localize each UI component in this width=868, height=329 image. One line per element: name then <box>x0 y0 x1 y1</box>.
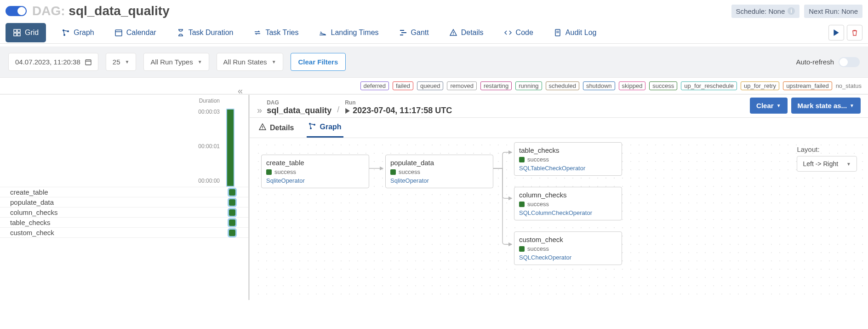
task-name: column_checks <box>10 208 57 216</box>
task-status-box[interactable] <box>229 219 235 226</box>
legend-scheduled[interactable]: scheduled <box>546 81 579 90</box>
breadcrumb-sep: / <box>336 105 340 115</box>
svg-marker-22 <box>345 108 350 114</box>
grid-icon <box>13 29 21 37</box>
breadcrumb-run-ts[interactable]: 2023-07-04, 11:17:58 UTC <box>345 106 452 115</box>
node-status: success <box>274 168 296 175</box>
task-row[interactable]: custom_check <box>0 227 248 238</box>
tab-calendar[interactable]: Calendar <box>110 23 161 42</box>
graph-node-column-checks[interactable]: column_checks success SQLColumnCheckOper… <box>514 187 622 220</box>
svg-point-15 <box>453 34 454 35</box>
chevron-down-icon: ▼ <box>272 59 276 64</box>
run-types-value: All Run Types <box>150 58 193 66</box>
task-row[interactable]: populate_data <box>0 197 248 207</box>
graph-canvas[interactable]: create_table success SqliteOperator popu… <box>254 141 863 297</box>
main-content: « Duration 00:00:03 00:00:01 00:00:00 cr… <box>0 94 868 300</box>
tab-grid[interactable]: Grid <box>6 23 46 42</box>
calendar-icon <box>85 59 91 65</box>
task-status-box[interactable] <box>229 209 235 216</box>
tab-landing-times[interactable]: Landing Times <box>314 23 383 42</box>
tab-code[interactable]: Code <box>499 23 538 42</box>
task-status-box[interactable] <box>229 189 235 196</box>
subtab-graph[interactable]: Graph <box>307 118 343 138</box>
legend-upstream_failed[interactable]: upstream_failed <box>783 81 832 90</box>
delete-dag-button[interactable] <box>847 25 862 40</box>
legend-shutdown[interactable]: shutdown <box>583 81 615 90</box>
node-title: populate_data <box>390 159 488 167</box>
task-row[interactable]: table_checks <box>0 217 248 227</box>
trigger-dag-button[interactable] <box>828 25 844 40</box>
svg-rect-1 <box>17 29 20 32</box>
duration-tick: 00:00:00 <box>198 178 220 184</box>
task-row[interactable]: create_table <box>0 187 248 197</box>
graph-node-populate-data[interactable]: populate_data success SqliteOperator <box>385 155 493 188</box>
tab-label: Gantt <box>411 29 429 37</box>
node-operator: SqliteOperator <box>390 177 488 184</box>
legend-no-status[interactable]: no_status <box>836 82 862 89</box>
page-size-select[interactable]: 25 ▼ <box>106 53 137 71</box>
status-box-icon <box>266 169 272 175</box>
tab-task-tries[interactable]: Task Tries <box>249 23 303 42</box>
graph-icon <box>62 29 70 37</box>
legend-row: deferredfailedqueuedremovedrestartingrun… <box>0 78 868 94</box>
layout-label: Layout: <box>797 145 819 153</box>
clear-button[interactable]: Clear ▼ <box>750 98 787 114</box>
gantt-icon <box>399 29 407 37</box>
task-status-box[interactable] <box>229 230 235 236</box>
graph-node-custom-check[interactable]: custom_check success SQLCheckOperator <box>514 231 622 265</box>
legend-failed[interactable]: failed <box>393 81 413 90</box>
layout-value: Left -> Right <box>803 160 838 167</box>
breadcrumb-dag-name[interactable]: sql_data_quality <box>267 106 331 115</box>
info-icon[interactable]: i <box>788 7 795 15</box>
audit-icon <box>554 29 562 37</box>
svg-rect-9 <box>115 30 122 36</box>
auto-refresh-label: Auto-refresh <box>796 58 834 66</box>
dag-prefix: DAG: <box>32 4 65 18</box>
expand-panel-icon[interactable]: » <box>257 105 262 115</box>
breadcrumb: » DAG sql_data_quality / Run 2023-07-04,… <box>257 99 452 115</box>
schedule-text: Schedule: None <box>736 7 785 15</box>
legend-skipped[interactable]: skipped <box>619 81 646 90</box>
node-status: success <box>399 168 420 175</box>
graph-node-table-checks[interactable]: table_checks success SQLTableCheckOperat… <box>514 142 622 176</box>
auto-refresh-toggle[interactable] <box>839 57 860 67</box>
node-status: success <box>527 245 549 252</box>
legend-up_for_retry[interactable]: up_for_retry <box>741 81 779 90</box>
run-types-select[interactable]: All Run Types ▼ <box>143 53 209 71</box>
tab-graph[interactable]: Graph <box>57 23 98 42</box>
layout-select[interactable]: Left -> Right ▼ <box>797 156 857 172</box>
tab-task-duration[interactable]: Task Duration <box>172 23 238 42</box>
task-status-box[interactable] <box>229 199 235 206</box>
legend-success[interactable]: success <box>649 81 677 90</box>
chevron-down-icon: ▼ <box>125 59 129 64</box>
legend-queued[interactable]: queued <box>417 81 443 90</box>
dag-name: sql_data_quality <box>69 4 169 18</box>
tab-label: Task Tries <box>265 29 298 37</box>
play-icon <box>833 29 839 36</box>
task-row[interactable]: column_checks <box>0 207 248 217</box>
legend-removed[interactable]: removed <box>447 81 477 90</box>
legend-deferred[interactable]: deferred <box>360 81 389 90</box>
dag-enable-toggle[interactable] <box>6 6 27 16</box>
run-states-select[interactable]: All Run States ▼ <box>217 53 283 71</box>
next-run-badge: Next Run: None <box>804 5 862 18</box>
legend-running[interactable]: running <box>515 81 542 90</box>
tab-label: Task Duration <box>188 29 234 37</box>
clear-button-label: Clear <box>756 102 774 110</box>
node-operator: SQLCheckOperator <box>519 254 617 261</box>
hourglass-icon <box>177 29 185 37</box>
subtab-details[interactable]: Details <box>257 118 296 138</box>
tab-audit-log[interactable]: Audit Log <box>549 23 601 42</box>
tab-gantt[interactable]: Gantt <box>394 23 434 42</box>
tab-details[interactable]: Details <box>445 23 488 42</box>
calendar-icon <box>114 29 123 37</box>
clear-filters-button[interactable]: Clear Filters <box>291 53 346 71</box>
mark-state-button[interactable]: Mark state as... ▼ <box>791 98 861 114</box>
chevron-down-icon: ▼ <box>850 103 854 108</box>
legend-up_for_reschedule[interactable]: up_for_reschedule <box>681 81 737 90</box>
graph-node-create-table[interactable]: create_table success SqliteOperator <box>261 155 369 188</box>
datetime-input[interactable]: 04.07.2023, 11:20:38 <box>8 53 98 71</box>
tab-label: Details <box>461 29 484 37</box>
legend-restarting[interactable]: restarting <box>480 81 512 90</box>
run-bar[interactable] <box>226 109 234 187</box>
